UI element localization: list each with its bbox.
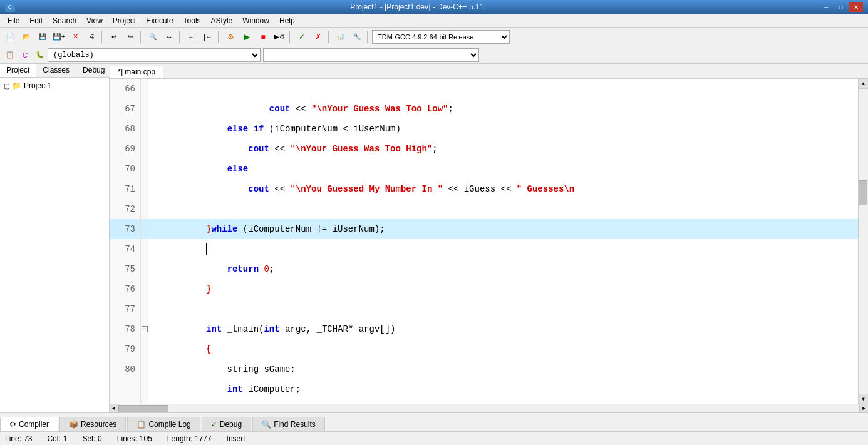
compiler-tab-icon: ⚙ xyxy=(9,420,16,429)
function-select[interactable] xyxy=(263,48,479,62)
scroll-thumb[interactable] xyxy=(859,89,868,394)
toggle-debug-icon: 🐛 xyxy=(36,51,44,59)
menu-window[interactable]: Window xyxy=(237,15,274,26)
open-button[interactable]: 📂 xyxy=(19,29,34,44)
resource-button[interactable]: 🔧 xyxy=(349,29,364,44)
compile-icon: ⚙ xyxy=(227,33,234,41)
tree-item-project1[interactable]: ▢ 📁 Project1 xyxy=(3,80,106,91)
hscroll-thumb[interactable] xyxy=(118,405,168,412)
replace-icon: ↔ xyxy=(165,33,173,41)
fold-66 xyxy=(141,79,148,99)
fold-68 xyxy=(141,119,148,139)
print-button[interactable]: 🖨 xyxy=(84,29,99,44)
compiler-select[interactable]: TDM-GCC 4.9.2 64-bit Release xyxy=(372,30,510,44)
bottom-tab-debug[interactable]: ✓ Debug xyxy=(202,417,251,431)
toggle-class-button[interactable]: C xyxy=(18,48,33,63)
open-icon: 📂 xyxy=(23,33,30,40)
bottom-tab-compilelog[interactable]: 📋 Compile Log xyxy=(127,417,200,431)
toggle-class-icon: C xyxy=(23,51,28,59)
tab-project[interactable]: Project xyxy=(0,64,36,77)
menu-execute[interactable]: Execute xyxy=(141,15,178,26)
hscroll-track xyxy=(118,404,859,413)
stop-button[interactable]: ■ xyxy=(256,29,271,44)
check-button[interactable]: ✓ xyxy=(294,29,309,44)
line-num-74: 74 xyxy=(110,239,140,259)
close-button[interactable]: ✕ xyxy=(849,2,863,12)
code-line-66: cout << "\nYour Guess Was Too Low"; xyxy=(148,79,858,99)
scroll-up-arrow[interactable]: ▲ xyxy=(859,79,868,89)
save-button[interactable]: 💾 xyxy=(35,29,50,44)
cancel-icon: ✗ xyxy=(315,33,321,41)
tab-classes[interactable]: Classes xyxy=(36,64,76,77)
code-line-74: return 0; xyxy=(148,239,858,259)
chart-button[interactable]: 📊 xyxy=(333,29,348,44)
line-numbers: 66 67 68 69 70 71 72 73 74 75 76 77 78 7… xyxy=(110,79,141,404)
stop-icon: ■ xyxy=(261,33,265,41)
undo-button[interactable]: ↩ xyxy=(106,29,121,44)
menu-edit[interactable]: Edit xyxy=(24,15,48,26)
line-num-66: 66 xyxy=(110,79,140,99)
toggle-project-button[interactable]: 📋 xyxy=(3,48,18,63)
menu-search[interactable]: Search xyxy=(48,15,81,26)
tab-debug[interactable]: Debug xyxy=(76,64,111,77)
save-all-button[interactable]: 💾+ xyxy=(51,29,66,44)
menu-tools[interactable]: Tools xyxy=(178,15,206,26)
file-tab-main[interactable]: *] main.cpp xyxy=(110,66,163,78)
toolbar-separator-2 xyxy=(140,31,143,43)
globals-select[interactable]: (globals) xyxy=(48,48,261,62)
redo-button[interactable]: ↪ xyxy=(123,29,138,44)
hscroll-right-arrow[interactable]: ► xyxy=(859,404,868,413)
compile-run-button[interactable]: ▶⚙ xyxy=(272,29,287,44)
code-content[interactable]: cout << "\nYour Guess Was Too Low"; else… xyxy=(148,79,858,404)
status-bar: Line: 73 Col: 1 Sel: 0 Lines: 105 Length… xyxy=(0,431,868,445)
toolbar-separator-7 xyxy=(367,31,369,43)
chart-icon: 📊 xyxy=(337,33,344,40)
search-button[interactable]: 🔍 xyxy=(145,29,160,44)
status-col: Col: 1 xyxy=(47,434,67,443)
toolbar-separator-3 xyxy=(179,31,182,43)
line-num-69: 69 xyxy=(110,139,140,159)
toggle-debug-button[interactable]: 🐛 xyxy=(33,48,48,63)
text-cursor xyxy=(206,243,207,255)
line-value: 73 xyxy=(24,434,32,443)
indent-button[interactable]: →| xyxy=(184,29,199,44)
toolbar-selectors: 📋 C 🐛 (globals) xyxy=(0,46,868,64)
bottom-tab-compiler[interactable]: ⚙ Compiler xyxy=(0,417,58,431)
replace-button[interactable]: ↔ xyxy=(162,29,177,44)
minimize-button[interactable]: ─ xyxy=(819,2,833,12)
menu-help[interactable]: Help xyxy=(274,15,300,26)
redo-icon: ↪ xyxy=(128,33,133,40)
toolbar-main: 📂 💾 💾+ ✕ 🖨 ↩ ↪ 🔍 ↔ →| |← ⚙ ▶ ■ ▶⚙ ✓ ✗ 📊 … xyxy=(0,28,868,46)
unindent-button[interactable]: |← xyxy=(200,29,215,44)
fold-75 xyxy=(141,259,148,279)
hscroll-left-arrow[interactable]: ◄ xyxy=(110,404,118,413)
fold-78[interactable]: − xyxy=(141,319,148,339)
menu-view[interactable]: View xyxy=(81,15,108,26)
bottom-tab-resources[interactable]: 📦 Resources xyxy=(59,417,126,431)
menu-file[interactable]: File xyxy=(3,15,24,26)
line-num-67: 67 xyxy=(110,99,140,119)
line-num-79: 79 xyxy=(110,339,140,359)
fold-67 xyxy=(141,99,148,119)
fold-72 xyxy=(141,199,148,219)
cancel-button[interactable]: ✗ xyxy=(311,29,326,44)
run-button[interactable]: ▶ xyxy=(239,29,254,44)
close-file-button[interactable]: ✕ xyxy=(68,29,83,44)
horizontal-scrollbar[interactable]: ◄ ► xyxy=(110,404,868,412)
editor[interactable]: 66 67 68 69 70 71 72 73 74 75 76 77 78 7… xyxy=(110,79,868,404)
bottom-tab-findresults[interactable]: 🔍 Find Results xyxy=(252,417,325,431)
length-value: 1777 xyxy=(195,434,212,443)
toolbar-separator-1 xyxy=(101,31,104,43)
code-area: *] main.cpp 66 67 68 69 70 71 72 73 74 7… xyxy=(110,64,868,412)
compile-button[interactable]: ⚙ xyxy=(223,29,238,44)
fold-80 xyxy=(141,359,148,379)
menu-project[interactable]: Project xyxy=(108,15,141,26)
new-button[interactable] xyxy=(3,29,18,44)
vertical-scrollbar[interactable]: ▲ ▼ xyxy=(858,79,868,404)
resource-icon: 🔧 xyxy=(353,33,361,40)
scrollbar-thumb[interactable] xyxy=(859,180,867,205)
maximize-button[interactable]: □ xyxy=(834,2,848,12)
window-controls: ─ □ ✕ xyxy=(819,2,863,12)
scroll-down-arrow[interactable]: ▼ xyxy=(859,394,868,404)
menu-astyle[interactable]: AStyle xyxy=(206,15,238,26)
